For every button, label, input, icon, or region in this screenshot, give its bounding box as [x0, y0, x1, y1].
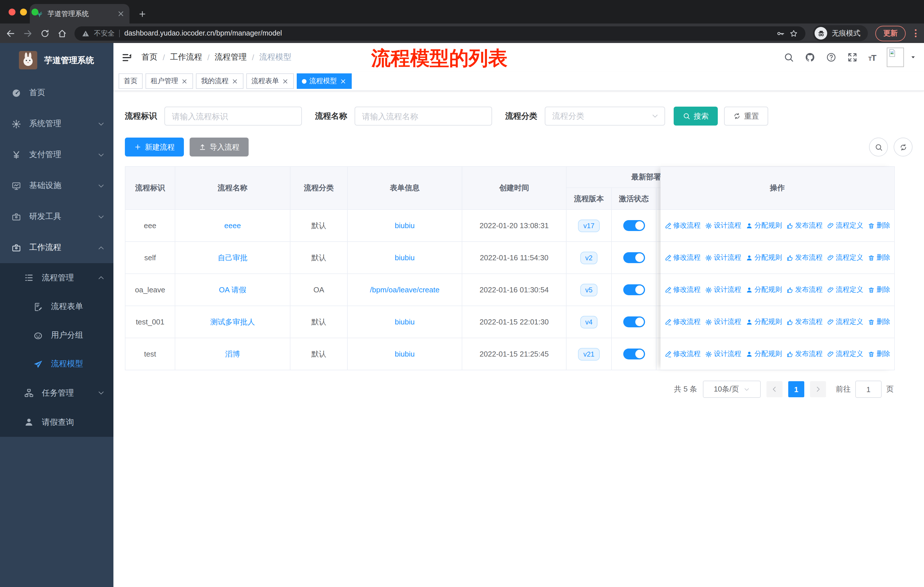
sidebar-item-基础设施[interactable]: 基础设施 — [0, 170, 114, 201]
activation-toggle[interactable] — [623, 316, 645, 327]
activation-toggle[interactable] — [623, 284, 645, 295]
browser-menu-icon[interactable] — [915, 29, 917, 37]
current-page-button[interactable]: 1 — [788, 381, 804, 397]
cell-form-info-link[interactable]: /bpm/oa/leave/create — [370, 286, 440, 294]
action-设计流程[interactable]: 设计流程 — [705, 285, 741, 294]
close-icon[interactable] — [282, 78, 289, 84]
tab-close-icon[interactable] — [117, 10, 125, 18]
action-修改流程[interactable]: 修改流程 — [665, 317, 701, 327]
home-icon[interactable] — [57, 28, 67, 38]
goto-page-input[interactable] — [855, 380, 882, 398]
import-process-button[interactable]: 导入流程 — [190, 137, 249, 157]
activation-toggle[interactable] — [623, 349, 645, 359]
cell-form-info-link[interactable]: biubiu — [395, 253, 414, 262]
help-icon[interactable] — [826, 52, 836, 63]
action-流程定义[interactable]: 流程定义 — [827, 253, 863, 263]
fullscreen-icon[interactable] — [847, 52, 857, 63]
reload-icon[interactable] — [40, 28, 50, 38]
prev-page-button[interactable] — [766, 381, 782, 397]
sidebar-item-用户分组[interactable]: 用户分组 — [0, 321, 114, 350]
close-icon[interactable] — [181, 78, 188, 84]
cell-form-info-link[interactable]: biubiu — [395, 221, 414, 230]
minimize-window-button[interactable] — [20, 8, 27, 15]
next-page-button[interactable] — [810, 381, 826, 397]
action-删除[interactable]: 删除 — [868, 253, 890, 263]
search-icon[interactable] — [784, 52, 794, 63]
cell-process-name-link[interactable]: OA 请假 — [219, 284, 246, 295]
close-icon[interactable] — [340, 78, 346, 84]
process-id-input[interactable] — [164, 107, 302, 126]
toggle-search-button[interactable] — [869, 137, 888, 157]
key-icon[interactable] — [776, 29, 785, 38]
cell-process-name-link[interactable]: 自己审批 — [218, 253, 248, 263]
tab-流程模型[interactable]: 流程模型 — [297, 73, 352, 89]
action-分配规则[interactable]: 分配规则 — [746, 285, 782, 294]
reset-button[interactable]: 重置 — [724, 107, 768, 126]
sidebar-item-任务管理[interactable]: 任务管理 — [0, 378, 114, 408]
action-设计流程[interactable]: 设计流程 — [705, 221, 741, 230]
font-size-icon[interactable]: TT — [868, 53, 876, 62]
window-controls[interactable] — [8, 8, 38, 15]
back-icon[interactable] — [6, 28, 15, 38]
hamburger-icon[interactable] — [121, 52, 132, 63]
action-删除[interactable]: 删除 — [868, 221, 890, 230]
activation-toggle[interactable] — [623, 220, 645, 231]
category-select[interactable]: 流程分类 — [545, 107, 665, 126]
action-分配规则[interactable]: 分配规则 — [746, 221, 782, 230]
close-window-button[interactable] — [8, 8, 15, 15]
action-分配规则[interactable]: 分配规则 — [746, 317, 782, 327]
action-流程定义[interactable]: 流程定义 — [827, 349, 863, 359]
action-流程定义[interactable]: 流程定义 — [827, 285, 863, 294]
action-删除[interactable]: 删除 — [868, 349, 890, 359]
action-发布流程[interactable]: 发布流程 — [787, 317, 823, 327]
action-发布流程[interactable]: 发布流程 — [787, 285, 823, 294]
activation-toggle[interactable] — [623, 252, 645, 263]
not-secure-warning-icon[interactable] — [82, 30, 89, 37]
cell-process-name-link[interactable]: eeee — [224, 221, 241, 230]
cell-form-info-link[interactable]: biubiu — [395, 317, 414, 326]
action-修改流程[interactable]: 修改流程 — [665, 285, 701, 294]
cell-process-name-link[interactable]: 测试多审批人 — [210, 317, 255, 327]
search-button[interactable]: 搜索 — [674, 107, 718, 126]
action-流程定义[interactable]: 流程定义 — [827, 317, 863, 327]
forward-icon[interactable] — [23, 28, 33, 38]
refresh-table-button[interactable] — [894, 137, 912, 157]
update-button[interactable]: 更新 — [875, 25, 906, 41]
close-icon[interactable] — [231, 78, 238, 84]
breadcrumb-item[interactable]: 流程管理 — [215, 52, 247, 63]
address-bar[interactable]: 不安全 dashboard.yudao.iocoder.cn/bpm/manag… — [74, 26, 805, 40]
create-process-button[interactable]: 新建流程 — [125, 137, 184, 157]
user-avatar[interactable] — [887, 48, 904, 67]
sidebar-item-首页[interactable]: 首页 — [0, 78, 114, 108]
action-删除[interactable]: 删除 — [868, 285, 890, 294]
action-设计流程[interactable]: 设计流程 — [705, 253, 741, 263]
tab-首页[interactable]: 首页 — [119, 73, 143, 89]
bookmark-star-icon[interactable] — [789, 29, 798, 38]
sidebar-item-研发工具[interactable]: 研发工具 — [0, 201, 114, 232]
chevron-down-icon[interactable] — [910, 55, 916, 60]
breadcrumb-item[interactable]: 工作流程 — [170, 52, 202, 63]
sidebar-item-流程管理[interactable]: 流程管理 — [0, 263, 114, 293]
action-分配规则[interactable]: 分配规则 — [746, 253, 782, 263]
breadcrumb-item[interactable]: 首页 — [142, 52, 158, 63]
action-发布流程[interactable]: 发布流程 — [787, 221, 823, 230]
zoom-window-button[interactable] — [31, 8, 38, 15]
tab-流程表单[interactable]: 流程表单 — [246, 73, 294, 89]
github-icon[interactable] — [805, 52, 815, 63]
sidebar-item-工作流程[interactable]: 工作流程 — [0, 232, 114, 263]
action-设计流程[interactable]: 设计流程 — [705, 317, 741, 327]
action-设计流程[interactable]: 设计流程 — [705, 349, 741, 359]
action-流程定义[interactable]: 流程定义 — [827, 221, 863, 230]
page-size-select[interactable]: 10条/页 — [703, 380, 761, 398]
tab-我的流程[interactable]: 我的流程 — [196, 73, 243, 89]
action-修改流程[interactable]: 修改流程 — [665, 221, 701, 230]
action-分配规则[interactable]: 分配规则 — [746, 349, 782, 359]
cell-form-info-link[interactable]: biubiu — [395, 350, 414, 358]
action-修改流程[interactable]: 修改流程 — [665, 349, 701, 359]
sidebar-item-流程模型[interactable]: 流程模型 — [0, 350, 114, 378]
action-删除[interactable]: 删除 — [868, 317, 890, 327]
action-修改流程[interactable]: 修改流程 — [665, 253, 701, 263]
sidebar-item-支付管理[interactable]: 支付管理 — [0, 139, 114, 170]
action-发布流程[interactable]: 发布流程 — [787, 253, 823, 263]
new-tab-button[interactable] — [135, 6, 150, 21]
